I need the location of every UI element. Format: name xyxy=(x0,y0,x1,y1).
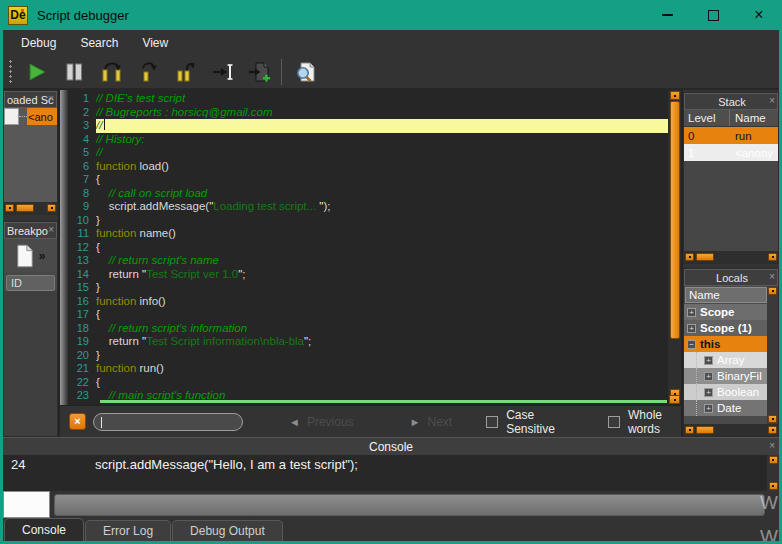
loaded-script-label[interactable]: <ano xyxy=(27,108,57,125)
whole-words-checkbox[interactable] xyxy=(608,416,620,428)
code-line[interactable]: 17{ xyxy=(60,308,668,322)
code-line[interactable]: 4// History: xyxy=(60,133,668,147)
menu-view[interactable]: View xyxy=(130,32,180,54)
scroll-left-button[interactable] xyxy=(685,426,694,434)
scroll-down-button[interactable] xyxy=(768,415,777,423)
step-out-button[interactable] xyxy=(168,57,202,87)
new-script-button[interactable] xyxy=(242,57,276,87)
step-over-button[interactable] xyxy=(94,57,128,87)
code-line[interactable]: 22{ xyxy=(60,376,668,390)
case-sensitive-checkbox[interactable] xyxy=(486,416,498,428)
code-line[interactable]: 20} xyxy=(60,349,668,363)
overflow-chevron-icon[interactable]: » xyxy=(39,249,46,263)
scroll-right-button[interactable] xyxy=(768,253,777,261)
locals-header[interactable]: Locals × xyxy=(684,269,778,286)
scroll-thumb[interactable] xyxy=(696,426,714,434)
pause-button[interactable] xyxy=(57,57,91,87)
stack-row[interactable]: 1<anony xyxy=(684,144,778,161)
locals-hscrollbar[interactable] xyxy=(684,424,778,436)
code-line[interactable]: 8 // call on script load xyxy=(60,187,668,201)
minimize-button[interactable] xyxy=(644,0,690,30)
menu-debug[interactable]: Debug xyxy=(9,32,68,54)
editor-vscrollbar[interactable] xyxy=(668,90,681,399)
expand-icon[interactable]: + xyxy=(687,324,696,333)
loaded-script-checkbox[interactable] xyxy=(4,108,19,125)
scroll-thumb[interactable] xyxy=(670,101,680,339)
menu-search[interactable]: Search xyxy=(68,32,130,54)
expand-icon[interactable]: + xyxy=(704,356,713,365)
level-column-header[interactable]: Level xyxy=(684,110,730,126)
scroll-thumb[interactable] xyxy=(696,253,714,261)
code-line[interactable]: 2// Bugreports : horsicq@gmail.com xyxy=(60,106,668,120)
expand-icon[interactable]: + xyxy=(704,388,713,397)
toolbar-drag-handle[interactable] xyxy=(8,59,13,85)
console-input-prefix[interactable] xyxy=(3,491,50,518)
scroll-up-button[interactable] xyxy=(768,287,777,295)
expand-icon[interactable]: + xyxy=(687,308,696,317)
code-line[interactable]: 7{ xyxy=(60,173,668,187)
expand-icon[interactable]: + xyxy=(704,404,713,413)
locals-name-column-header[interactable]: Name xyxy=(685,287,767,303)
locals-row[interactable]: +BinaryFil xyxy=(684,368,767,384)
step-into-button[interactable] xyxy=(131,57,165,87)
stack-close-icon[interactable]: × xyxy=(769,95,775,107)
search-input[interactable] xyxy=(93,413,243,431)
scroll-right-button[interactable] xyxy=(47,204,56,212)
collapse-icon[interactable]: − xyxy=(687,340,696,349)
name-column-header[interactable]: Name xyxy=(730,110,778,126)
stack-row[interactable]: 0run xyxy=(684,127,778,144)
code-line[interactable]: 9 script.addMessage("Loading test script… xyxy=(60,200,668,214)
scroll-thumb[interactable] xyxy=(16,204,34,212)
locals-vscrollbar[interactable] xyxy=(767,286,778,424)
loaded-scripts-header[interactable]: oaded Sc × xyxy=(4,91,57,108)
code-line[interactable]: 13 // return script's name xyxy=(60,254,668,268)
code-line[interactable]: 12{ xyxy=(60,241,668,255)
locals-row[interactable]: +Scope xyxy=(684,304,767,320)
find-button[interactable] xyxy=(288,57,322,87)
scroll-right-button[interactable] xyxy=(768,426,777,434)
code-line[interactable]: 15} xyxy=(60,281,668,295)
breakpoints-id-column-header[interactable]: ID xyxy=(6,275,55,291)
code-line[interactable]: 1// DIE's test script xyxy=(60,92,668,106)
search-close-button[interactable]: × xyxy=(69,413,86,430)
locals-row[interactable]: +Boolean xyxy=(684,384,767,400)
find-previous-button[interactable]: ◄ Previous xyxy=(289,415,354,429)
loaded-scripts-hscrollbar[interactable] xyxy=(4,202,57,214)
scroll-left-button[interactable] xyxy=(5,204,14,212)
code-line[interactable]: 16function info() xyxy=(60,295,668,309)
stack-hscrollbar[interactable] xyxy=(684,251,778,263)
run-to-cursor-button[interactable] xyxy=(205,57,239,87)
tab-console[interactable]: Console xyxy=(4,518,84,541)
code-line[interactable]: 18 // return script's information xyxy=(60,322,668,336)
code-line[interactable]: 6function load() xyxy=(60,160,668,174)
console-close-icon[interactable]: × xyxy=(769,440,775,451)
breakpoints-header[interactable]: Breakpo × xyxy=(4,222,57,239)
code-area[interactable]: 1// DIE's test script2// Bugreports : ho… xyxy=(60,92,668,403)
locals-row[interactable]: −this xyxy=(684,336,767,352)
expand-icon[interactable]: + xyxy=(704,372,713,381)
loaded-scripts-close-icon[interactable]: × xyxy=(48,93,54,105)
stack-header[interactable]: Stack × xyxy=(684,93,778,110)
code-line[interactable]: 10} xyxy=(60,214,668,228)
code-line[interactable]: 11function name() xyxy=(60,227,668,241)
breakpoints-close-icon[interactable]: × xyxy=(48,224,54,236)
scroll-down-button[interactable] xyxy=(769,482,778,490)
scroll-left-button[interactable] xyxy=(685,253,694,261)
maximize-button[interactable] xyxy=(690,0,736,30)
find-next-button[interactable]: ► Next xyxy=(410,415,453,429)
editor-hscrollbar[interactable] xyxy=(100,400,667,403)
script-file-icon[interactable] xyxy=(16,244,34,268)
scroll-up-button[interactable] xyxy=(769,456,778,464)
tab-debug-output[interactable]: Debug Output xyxy=(172,520,283,541)
loaded-script-item[interactable]: <ano xyxy=(4,108,57,125)
console-vscrollbar[interactable] xyxy=(767,455,779,491)
code-line[interactable]: 3// xyxy=(60,119,668,133)
console-output[interactable]: 24 script.addMessage("Hello, I am a test… xyxy=(3,455,779,491)
code-line[interactable]: 21function run() xyxy=(60,362,668,376)
code-line[interactable]: 14 return "Test Script ver 1.0"; xyxy=(60,268,668,282)
code-line[interactable]: 19 return "Test Script information\nbla-… xyxy=(60,335,668,349)
scroll-up-button[interactable] xyxy=(670,91,680,100)
locals-close-icon[interactable]: × xyxy=(769,271,775,283)
scroll-corner-button[interactable] xyxy=(669,395,680,404)
console-panel-header[interactable]: Console × xyxy=(3,437,779,455)
